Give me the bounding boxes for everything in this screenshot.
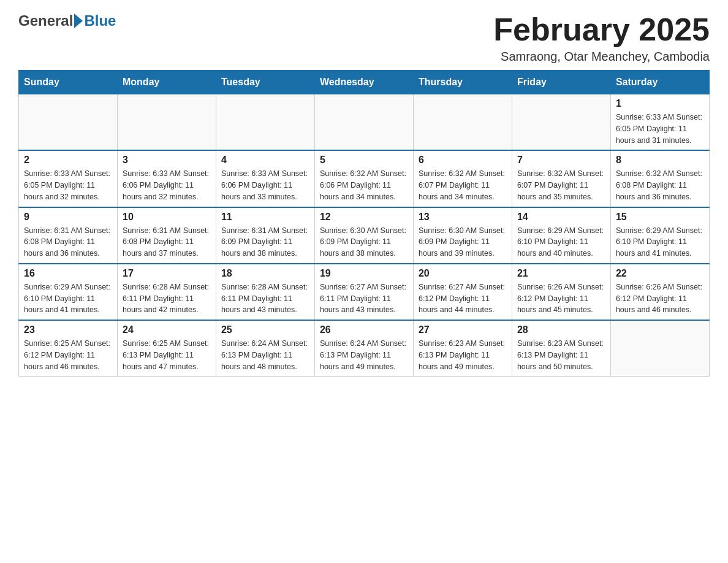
calendar-cell: 11Sunrise: 6:31 AM Sunset: 6:09 PM Dayli…	[216, 207, 314, 264]
day-number: 28	[517, 324, 605, 335]
day-number: 18	[221, 268, 309, 279]
day-info: Sunrise: 6:27 AM Sunset: 6:12 PM Dayligh…	[419, 282, 507, 316]
day-info: Sunrise: 6:26 AM Sunset: 6:12 PM Dayligh…	[616, 282, 704, 316]
day-number: 10	[123, 212, 211, 223]
calendar-week-row: 2Sunrise: 6:33 AM Sunset: 6:05 PM Daylig…	[19, 150, 710, 207]
day-info: Sunrise: 6:29 AM Sunset: 6:10 PM Dayligh…	[616, 225, 704, 259]
day-info: Sunrise: 6:25 AM Sunset: 6:12 PM Dayligh…	[24, 338, 112, 372]
day-of-week-header: Saturday	[610, 71, 709, 94]
day-info: Sunrise: 6:31 AM Sunset: 6:08 PM Dayligh…	[24, 225, 112, 259]
day-number: 22	[616, 268, 704, 279]
calendar-header-row: SundayMondayTuesdayWednesdayThursdayFrid…	[19, 71, 710, 94]
day-of-week-header: Tuesday	[216, 71, 314, 94]
day-number: 16	[24, 268, 112, 279]
day-info: Sunrise: 6:25 AM Sunset: 6:13 PM Dayligh…	[123, 338, 211, 372]
logo-general-text: General	[18, 12, 73, 29]
calendar-cell: 25Sunrise: 6:24 AM Sunset: 6:13 PM Dayli…	[216, 320, 314, 377]
day-info: Sunrise: 6:23 AM Sunset: 6:13 PM Dayligh…	[517, 338, 605, 372]
logo: General Blue	[18, 12, 116, 29]
day-number: 3	[123, 155, 211, 166]
day-number: 6	[419, 155, 507, 166]
calendar-cell: 23Sunrise: 6:25 AM Sunset: 6:12 PM Dayli…	[19, 320, 118, 377]
day-number: 26	[320, 324, 408, 335]
day-number: 24	[123, 324, 211, 335]
day-of-week-header: Wednesday	[314, 71, 413, 94]
calendar-cell	[117, 94, 216, 151]
calendar-week-row: 9Sunrise: 6:31 AM Sunset: 6:08 PM Daylig…	[19, 207, 710, 264]
day-number: 5	[320, 155, 408, 166]
day-info: Sunrise: 6:30 AM Sunset: 6:09 PM Dayligh…	[320, 225, 408, 259]
day-info: Sunrise: 6:33 AM Sunset: 6:06 PM Dayligh…	[123, 168, 211, 202]
calendar-cell: 5Sunrise: 6:32 AM Sunset: 6:06 PM Daylig…	[314, 150, 413, 207]
day-number: 13	[419, 212, 507, 223]
day-info: Sunrise: 6:32 AM Sunset: 6:07 PM Dayligh…	[419, 168, 507, 202]
calendar-cell: 16Sunrise: 6:29 AM Sunset: 6:10 PM Dayli…	[19, 264, 118, 320]
day-number: 27	[419, 324, 507, 335]
day-info: Sunrise: 6:24 AM Sunset: 6:13 PM Dayligh…	[320, 338, 408, 372]
logo-chevron-icon	[74, 13, 83, 28]
day-number: 14	[517, 212, 605, 223]
day-info: Sunrise: 6:23 AM Sunset: 6:13 PM Dayligh…	[419, 338, 507, 372]
day-info: Sunrise: 6:33 AM Sunset: 6:06 PM Dayligh…	[221, 168, 309, 202]
calendar-cell: 12Sunrise: 6:30 AM Sunset: 6:09 PM Dayli…	[314, 207, 413, 264]
calendar-cell: 7Sunrise: 6:32 AM Sunset: 6:07 PM Daylig…	[512, 150, 610, 207]
calendar-cell: 9Sunrise: 6:31 AM Sunset: 6:08 PM Daylig…	[19, 207, 118, 264]
day-number: 15	[616, 212, 704, 223]
calendar-cell: 21Sunrise: 6:26 AM Sunset: 6:12 PM Dayli…	[512, 264, 610, 320]
day-info: Sunrise: 6:32 AM Sunset: 6:07 PM Dayligh…	[517, 168, 605, 202]
day-number: 7	[517, 155, 605, 166]
day-of-week-header: Friday	[512, 71, 610, 94]
calendar-cell: 14Sunrise: 6:29 AM Sunset: 6:10 PM Dayli…	[512, 207, 610, 264]
day-of-week-header: Thursday	[413, 71, 512, 94]
day-of-week-header: Monday	[117, 71, 216, 94]
day-number: 12	[320, 212, 408, 223]
day-info: Sunrise: 6:26 AM Sunset: 6:12 PM Dayligh…	[517, 282, 605, 316]
calendar-cell: 20Sunrise: 6:27 AM Sunset: 6:12 PM Dayli…	[413, 264, 512, 320]
day-of-week-header: Sunday	[19, 71, 118, 94]
day-number: 19	[320, 268, 408, 279]
day-info: Sunrise: 6:29 AM Sunset: 6:10 PM Dayligh…	[517, 225, 605, 259]
calendar-cell: 10Sunrise: 6:31 AM Sunset: 6:08 PM Dayli…	[117, 207, 216, 264]
day-number: 4	[221, 155, 309, 166]
day-number: 17	[123, 268, 211, 279]
day-info: Sunrise: 6:28 AM Sunset: 6:11 PM Dayligh…	[221, 282, 309, 316]
day-info: Sunrise: 6:32 AM Sunset: 6:06 PM Dayligh…	[320, 168, 408, 202]
calendar-cell	[512, 94, 610, 151]
day-info: Sunrise: 6:33 AM Sunset: 6:05 PM Dayligh…	[616, 112, 704, 146]
day-number: 23	[24, 324, 112, 335]
calendar-week-row: 1Sunrise: 6:33 AM Sunset: 6:05 PM Daylig…	[19, 94, 710, 151]
calendar-week-row: 23Sunrise: 6:25 AM Sunset: 6:12 PM Dayli…	[19, 320, 710, 377]
calendar-cell: 15Sunrise: 6:29 AM Sunset: 6:10 PM Dayli…	[610, 207, 709, 264]
day-info: Sunrise: 6:27 AM Sunset: 6:11 PM Dayligh…	[320, 282, 408, 316]
calendar-cell	[19, 94, 118, 151]
calendar-table: SundayMondayTuesdayWednesdayThursdayFrid…	[18, 70, 710, 377]
location-subtitle: Samraong, Otar Meanchey, Cambodia	[493, 50, 710, 64]
day-number: 20	[419, 268, 507, 279]
day-info: Sunrise: 6:24 AM Sunset: 6:13 PM Dayligh…	[221, 338, 309, 372]
calendar-cell: 19Sunrise: 6:27 AM Sunset: 6:11 PM Dayli…	[314, 264, 413, 320]
calendar-cell: 1Sunrise: 6:33 AM Sunset: 6:05 PM Daylig…	[610, 94, 709, 151]
calendar-week-row: 16Sunrise: 6:29 AM Sunset: 6:10 PM Dayli…	[19, 264, 710, 320]
day-info: Sunrise: 6:33 AM Sunset: 6:05 PM Dayligh…	[24, 168, 112, 202]
title-section: February 2025 Samraong, Otar Meanchey, C…	[493, 12, 710, 64]
day-number: 1	[616, 98, 704, 109]
calendar-cell: 13Sunrise: 6:30 AM Sunset: 6:09 PM Dayli…	[413, 207, 512, 264]
day-info: Sunrise: 6:30 AM Sunset: 6:09 PM Dayligh…	[419, 225, 507, 259]
calendar-cell: 3Sunrise: 6:33 AM Sunset: 6:06 PM Daylig…	[117, 150, 216, 207]
calendar-cell	[413, 94, 512, 151]
calendar-cell: 22Sunrise: 6:26 AM Sunset: 6:12 PM Dayli…	[610, 264, 709, 320]
calendar-cell: 26Sunrise: 6:24 AM Sunset: 6:13 PM Dayli…	[314, 320, 413, 377]
calendar-cell	[216, 94, 314, 151]
day-number: 8	[616, 155, 704, 166]
calendar-cell	[610, 320, 709, 377]
calendar-cell: 6Sunrise: 6:32 AM Sunset: 6:07 PM Daylig…	[413, 150, 512, 207]
day-info: Sunrise: 6:28 AM Sunset: 6:11 PM Dayligh…	[123, 282, 211, 316]
calendar-cell: 18Sunrise: 6:28 AM Sunset: 6:11 PM Dayli…	[216, 264, 314, 320]
calendar-cell: 2Sunrise: 6:33 AM Sunset: 6:05 PM Daylig…	[19, 150, 118, 207]
calendar-cell: 4Sunrise: 6:33 AM Sunset: 6:06 PM Daylig…	[216, 150, 314, 207]
day-number: 9	[24, 212, 112, 223]
day-info: Sunrise: 6:29 AM Sunset: 6:10 PM Dayligh…	[24, 282, 112, 316]
day-number: 21	[517, 268, 605, 279]
calendar-cell: 27Sunrise: 6:23 AM Sunset: 6:13 PM Dayli…	[413, 320, 512, 377]
logo-blue-text: Blue	[84, 12, 116, 29]
